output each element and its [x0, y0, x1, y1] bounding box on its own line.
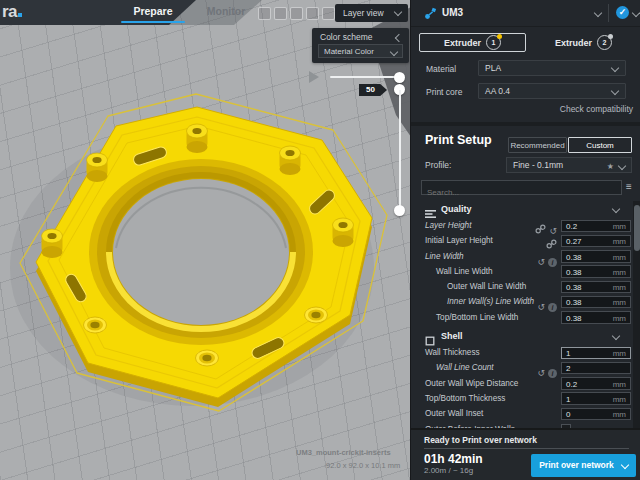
- tab-extruder-2[interactable]: Extruder 2: [532, 33, 635, 52]
- status-divider: [424, 448, 629, 449]
- chevron-down-icon: [390, 47, 398, 55]
- setting-value-input[interactable]: 0.2mm: [561, 377, 631, 390]
- mode-recommended-button[interactable]: Recommended: [508, 137, 567, 153]
- scrollbar-thumb[interactable]: [634, 205, 640, 251]
- printer-name: UM3: [442, 7, 463, 18]
- setting-row: Outer Wall Wipe Distance0.2mm: [411, 377, 633, 392]
- view-right-icon[interactable]: [322, 7, 335, 20]
- chevron-down-icon[interactable]: [612, 332, 620, 340]
- play-button[interactable]: [309, 71, 319, 83]
- chevron-down-icon[interactable]: [632, 9, 640, 17]
- setting-label: Wall Line Width: [436, 267, 493, 276]
- ready-status-text: Ready to Print over network: [424, 435, 537, 445]
- setting-label: Top/Bottom Thickness: [425, 394, 505, 403]
- print-core-dropdown[interactable]: AA 0.4: [478, 83, 626, 99]
- chevron-down-icon[interactable]: [594, 9, 602, 17]
- setting-value-input[interactable]: 0.38mm: [561, 281, 631, 294]
- view-mode-dropdown[interactable]: Layer view: [335, 4, 408, 22]
- settings-menu-icon[interactable]: ≡: [626, 181, 632, 193]
- setting-label: Outer Wall Line Width: [447, 282, 526, 291]
- setting-value-input[interactable]: 1mm: [561, 347, 631, 360]
- tab-monitor[interactable]: Monitor: [196, 5, 256, 17]
- material-usage-estimate: 2.00m / ~ 16g: [424, 466, 473, 475]
- active-tab-underline: [121, 21, 185, 24]
- extruder-2-badge: 2: [597, 35, 612, 50]
- center-hole: [113, 179, 289, 325]
- setting-row: Outer Wall Line Width0.38mm: [411, 280, 633, 295]
- section-title: Quality: [441, 204, 472, 214]
- printer-header[interactable]: UM3 ✓: [411, 0, 640, 27]
- setting-value-input[interactable]: 0.38mm: [561, 311, 631, 324]
- extruder-1-badge: 1: [486, 35, 501, 50]
- setting-label: Outer Wall Inset: [425, 409, 483, 418]
- logo-dot-icon: [18, 13, 22, 17]
- setting-value-input[interactable]: 0mm: [561, 408, 631, 421]
- chevron-down-icon: [611, 87, 619, 95]
- search-input[interactable]: [422, 186, 621, 199]
- check-compatibility-link[interactable]: Check compatibility: [411, 104, 633, 114]
- chevron-down-icon: [618, 161, 626, 169]
- print-status-bar: Ready to Print over network 01h 42min 2.…: [411, 428, 640, 480]
- setting-row: Top/Bottom Line Width0.38mm: [411, 311, 633, 326]
- header-divider: [608, 4, 609, 22]
- scrollbar[interactable]: [633, 201, 640, 428]
- setting-label: Line Width: [425, 252, 464, 261]
- section-header-shell[interactable]: Shell: [411, 329, 633, 346]
- collapse-arrow-icon[interactable]: [395, 34, 403, 42]
- layer-slider-track[interactable]: [399, 90, 401, 210]
- layer-slider-bottom-handle[interactable]: [394, 205, 405, 216]
- setting-value-input[interactable]: 0.27mm: [561, 235, 631, 248]
- view-top-icon[interactable]: [290, 7, 303, 20]
- setting-value-input[interactable]: 0.2mm: [561, 220, 631, 233]
- connected-check-icon[interactable]: ✓: [616, 6, 629, 19]
- search-box: [421, 180, 622, 195]
- color-scheme-panel: Color scheme Material Color: [312, 28, 409, 63]
- profile-label: Profile:: [425, 160, 451, 170]
- view-3d-icon[interactable]: [258, 7, 271, 20]
- print-core-label: Print core: [426, 87, 462, 97]
- chevron-down-icon: [611, 64, 619, 72]
- setting-label: Wall Thickness: [425, 348, 480, 357]
- sidebar-panel: UM3 ✓ Extruder 1 Extruder 2 Material PLA…: [410, 0, 640, 480]
- profile-dropdown[interactable]: Fine - 0.1mm★: [506, 157, 632, 173]
- view-left-icon[interactable]: [306, 7, 319, 20]
- tab-prepare[interactable]: Prepare: [120, 5, 186, 17]
- mode-custom-button[interactable]: Custom: [568, 137, 632, 153]
- setting-value-input[interactable]: 0.38mm: [561, 250, 631, 263]
- setting-label: Wall Line Count: [436, 363, 494, 372]
- section-header-quality[interactable]: Quality: [411, 202, 633, 219]
- color-scheme-dropdown[interactable]: Material Color: [318, 44, 403, 58]
- network-printer-icon: [424, 6, 437, 24]
- setting-label: Inner Wall(s) Line Width: [447, 297, 534, 306]
- 3d-viewport[interactable]: ra Prepare Monitor Layer view Color sche…: [0, 0, 410, 480]
- view-front-icon[interactable]: [274, 7, 287, 20]
- chevron-down-icon: [621, 461, 629, 469]
- material-dropdown[interactable]: PLA: [478, 60, 626, 76]
- tab-extruder-1[interactable]: Extruder 1: [419, 33, 526, 52]
- setting-row: Line Width↺i0.38mm: [411, 250, 633, 265]
- cura-logo: ra: [2, 2, 22, 22]
- setting-value-input[interactable]: 0.38mm: [561, 265, 631, 278]
- section-divider: [411, 122, 640, 126]
- setting-row: Wall Line Count↺i2: [411, 361, 633, 376]
- setting-value-input[interactable]: 1mm: [561, 392, 631, 405]
- section-title: Shell: [441, 331, 463, 341]
- print-over-network-button[interactable]: Print over network: [531, 454, 636, 477]
- setting-row: Wall Line Width0.38mm: [411, 265, 633, 280]
- chevron-down-icon: [394, 8, 402, 16]
- star-icon[interactable]: ★: [607, 159, 614, 174]
- setting-value-input[interactable]: 2: [561, 362, 631, 375]
- setting-label: Outer Wall Wipe Distance: [425, 379, 518, 388]
- simulation-slider-handle[interactable]: [394, 72, 405, 83]
- setting-row: Inner Wall(s) Line Width↺i0.38mm: [411, 295, 633, 310]
- setting-value-input[interactable]: 0.38mm: [561, 296, 631, 309]
- camera-view-toolbar: [258, 7, 335, 20]
- print-time-estimate: 01h 42min: [424, 452, 483, 466]
- print-setup-title: Print Setup: [425, 133, 492, 147]
- setting-row: Top/Bottom Thickness1mm: [411, 392, 633, 407]
- chevron-down-icon[interactable]: [612, 205, 620, 213]
- material-color-dot: [608, 34, 613, 39]
- setting-row: Outer Wall Inset0mm: [411, 407, 633, 422]
- setting-row: Wall Thickness1mm: [411, 346, 633, 361]
- buildplate-scene: [0, 0, 410, 480]
